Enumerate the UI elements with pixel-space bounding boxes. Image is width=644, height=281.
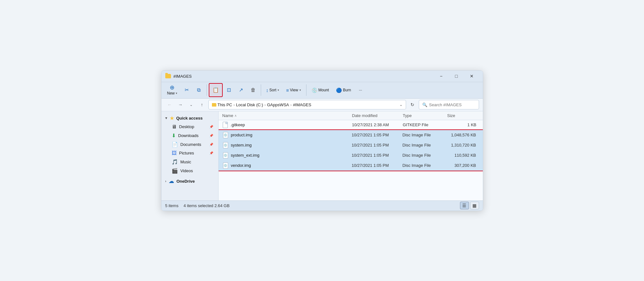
music-icon: 🎵 bbox=[172, 159, 178, 165]
sidebar: ▾ ★ Quick access 🖥 Desktop 📌 ⬇ Downloads… bbox=[161, 111, 219, 200]
downloads-icon: ⬇ bbox=[172, 133, 176, 139]
minimize-button[interactable]: − bbox=[434, 72, 449, 81]
address-path[interactable]: This PC › Local Disk (C:) › GAppsWSA › #… bbox=[208, 100, 406, 109]
refresh-button[interactable]: ↻ bbox=[408, 100, 417, 109]
sort-icon: ↕ bbox=[266, 88, 269, 93]
file-size: 110,592 KB bbox=[447, 153, 479, 158]
table-row[interactable]: 💿 product.img 10/27/2021 1:05 PM Disc Im… bbox=[219, 130, 483, 140]
music-label: Music bbox=[181, 160, 191, 164]
desktop-icon: 🖥 bbox=[172, 124, 177, 130]
file-doc-icon bbox=[222, 122, 228, 128]
sidebar-item-desktop[interactable]: 🖥 Desktop 📌 bbox=[163, 123, 217, 131]
copy-button[interactable]: ⧉ bbox=[193, 83, 205, 97]
sidebar-item-videos[interactable]: 🎬 Videos bbox=[163, 167, 217, 175]
pictures-pin-icon: 📌 bbox=[209, 151, 213, 155]
new-button[interactable]: ⊕ New ▾ bbox=[164, 83, 181, 97]
back-button[interactable]: ← bbox=[165, 100, 174, 109]
status-left: 5 items 4 items selected 2.64 GB bbox=[165, 203, 230, 208]
sidebar-item-music[interactable]: 🎵 Music bbox=[163, 158, 217, 166]
table-row[interactable]: 💿 system_ext.img 10/27/2021 1:05 PM Disc… bbox=[219, 150, 483, 160]
pictures-icon: 🖼 bbox=[172, 150, 177, 156]
cut-button[interactable]: ✂ bbox=[181, 83, 193, 97]
title-bar-left: #IMAGES bbox=[165, 74, 192, 79]
table-row[interactable]: 💿 system.img 10/27/2021 1:05 PM Disc Ima… bbox=[219, 140, 483, 150]
onedrive-icon: ☁ bbox=[169, 178, 174, 184]
col-header-size[interactable]: Size bbox=[447, 113, 479, 118]
share-button[interactable]: ↗ bbox=[235, 83, 247, 97]
file-name-cell: 💿 system.img bbox=[223, 142, 352, 148]
rename-button[interactable]: ⊡ bbox=[223, 83, 235, 97]
sort-button[interactable]: ↕ Sort ▾ bbox=[263, 83, 283, 97]
path-part-0: This PC bbox=[218, 102, 232, 107]
sidebar-section-quick-access[interactable]: ▾ ★ Quick access bbox=[163, 114, 217, 122]
sidebar-item-downloads[interactable]: ⬇ Downloads 📌 bbox=[163, 131, 217, 140]
table-row[interactable]: .gitkeep 10/27/2021 2:38 AM GITKEEP File… bbox=[219, 120, 483, 130]
sidebar-section-onedrive[interactable]: › ☁ OneDrive bbox=[163, 177, 217, 186]
status-bar: 5 items 4 items selected 2.64 GB ☰ ▦ bbox=[161, 200, 483, 211]
videos-label: Videos bbox=[181, 168, 193, 173]
toolbar: ⊕ New ▾ ✂ ⧉ 📋 ⊡ ↗ 🗑 bbox=[161, 82, 483, 99]
quick-access-label: Quick access bbox=[176, 116, 203, 121]
view-button[interactable]: ≡ View ▾ bbox=[283, 83, 304, 97]
view-icon: ≡ bbox=[286, 88, 289, 93]
mount-button[interactable]: 💿 Mount bbox=[308, 83, 332, 97]
file-date: 10/27/2021 1:05 PM bbox=[352, 153, 403, 158]
sidebar-item-documents[interactable]: 📄 Documents 📌 bbox=[163, 140, 217, 149]
details-view-icon: ☰ bbox=[462, 203, 466, 208]
selected-info: 4 items selected 2.64 GB bbox=[183, 203, 229, 208]
documents-icon: 📄 bbox=[172, 141, 178, 147]
onedrive-toggle: › bbox=[165, 179, 167, 183]
sidebar-item-pictures[interactable]: 🖼 Pictures 📌 bbox=[163, 149, 217, 157]
file-list: .gitkeep 10/27/2021 2:38 AM GITKEEP File… bbox=[219, 120, 483, 200]
address-bar: ← → ⌄ ↑ This PC › Local Disk (C:) › GApp… bbox=[161, 99, 483, 111]
search-icon: 🔍 bbox=[422, 102, 427, 107]
sort-label: Sort bbox=[269, 88, 276, 92]
videos-icon: 🎬 bbox=[172, 168, 178, 174]
up-button[interactable]: ↑ bbox=[198, 100, 207, 109]
close-button[interactable]: ✕ bbox=[464, 72, 479, 81]
path-dropdown-arrow[interactable]: ⌄ bbox=[399, 102, 403, 107]
paste-button[interactable]: 📋 bbox=[209, 83, 223, 97]
share-icon: ↗ bbox=[239, 88, 243, 93]
new-label: New bbox=[167, 91, 175, 95]
quick-access-star-icon: ★ bbox=[170, 115, 174, 121]
file-type: Disc Image File bbox=[403, 143, 447, 147]
copy-icon: ⧉ bbox=[197, 88, 200, 93]
col-header-type[interactable]: Type bbox=[403, 113, 447, 118]
dropdown-button[interactable]: ⌄ bbox=[187, 100, 196, 109]
path-part-3: #IMAGES bbox=[293, 102, 311, 107]
more-button[interactable]: ··· bbox=[355, 83, 366, 97]
toolbar-separator-1 bbox=[207, 84, 207, 96]
file-table-header: Name ∧ Date modified Type Size bbox=[219, 111, 483, 120]
tiles-view-button[interactable]: ▦ bbox=[470, 202, 479, 209]
toolbar-separator-2 bbox=[261, 84, 261, 96]
title-controls: − □ ✕ bbox=[434, 72, 479, 81]
details-view-button[interactable]: ☰ bbox=[460, 202, 469, 209]
new-icon: ⊕ bbox=[170, 85, 174, 90]
maximize-button[interactable]: □ bbox=[449, 72, 464, 81]
file-date: 10/27/2021 1:05 PM bbox=[352, 133, 403, 137]
new-chevron: ▾ bbox=[176, 92, 177, 95]
file-name-cell: .gitkeep bbox=[222, 122, 352, 128]
main-content: ▾ ★ Quick access 🖥 Desktop 📌 ⬇ Downloads… bbox=[161, 111, 483, 200]
file-type: Disc Image File bbox=[403, 133, 447, 137]
file-date: 10/27/2021 1:05 PM bbox=[352, 163, 403, 168]
file-size: 1,310,720 KB bbox=[447, 143, 479, 147]
mount-icon: 💿 bbox=[312, 88, 318, 93]
table-row[interactable]: 💿 vendor.img 10/27/2021 1:05 PM Disc Ima… bbox=[219, 160, 483, 171]
search-input[interactable] bbox=[429, 102, 476, 107]
toolbar-separator-3 bbox=[306, 84, 306, 96]
path-folder-icon bbox=[212, 103, 216, 107]
col-header-name[interactable]: Name ∧ bbox=[222, 113, 352, 118]
col-header-date[interactable]: Date modified bbox=[352, 113, 403, 118]
delete-button[interactable]: 🗑 bbox=[247, 83, 259, 97]
status-right: ☰ ▦ bbox=[460, 202, 479, 209]
burn-button[interactable]: 🔵 Burn bbox=[333, 83, 354, 97]
file-type: Disc Image File bbox=[403, 163, 447, 168]
forward-button[interactable]: → bbox=[176, 100, 185, 109]
title-bar: #IMAGES − □ ✕ bbox=[161, 71, 483, 82]
more-label: ··· bbox=[359, 88, 362, 92]
pictures-label: Pictures bbox=[179, 151, 194, 155]
explorer-window: #IMAGES − □ ✕ ⊕ New ▾ ✂ ⧉ 📋 bbox=[161, 70, 483, 211]
file-size: 1,048,576 KB bbox=[447, 133, 479, 137]
